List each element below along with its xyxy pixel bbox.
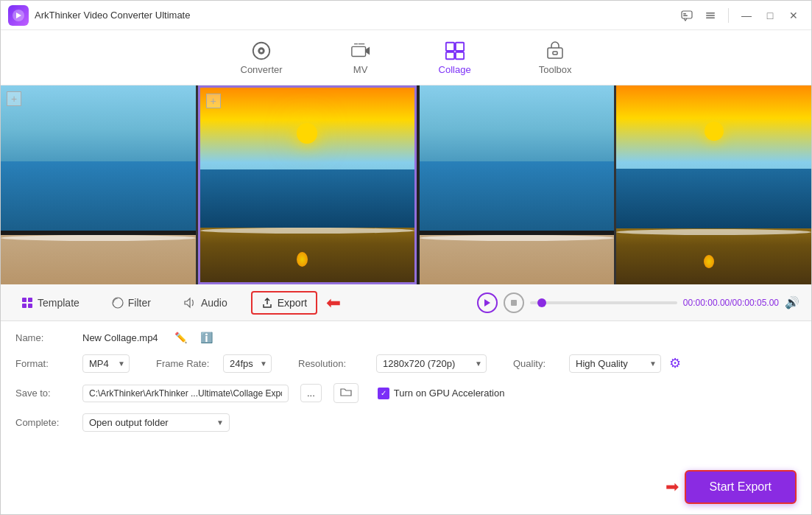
svg-rect-11 [445,42,453,50]
svg-rect-16 [553,52,557,55]
playback-controls: 00:00:00.00/00:00:05.00 🔊 [477,292,799,313]
more-options-button[interactable]: ... [300,384,322,402]
svg-rect-4 [706,13,715,14]
preview-cell-2[interactable]: + [198,85,417,284]
format-select[interactable]: MP4 MOV AVI [82,354,130,373]
svg-rect-1 [682,11,692,18]
quality-label: Quality: [513,358,557,369]
start-export-button[interactable]: Start Export [685,470,797,504]
info-icon[interactable]: ℹ️ [200,332,213,343]
export-icon [261,297,273,309]
preview-cell-4[interactable] [616,85,811,284]
resolution-select[interactable]: 1280x720 (720p) 1920x1080 (1080p) 3840x2… [376,354,487,373]
bottom-toolbar: Template Filter Audio Export ⬅ [1,284,811,321]
audio-icon [183,297,197,309]
titlebar-separator [728,8,729,23]
framerate-select[interactable]: 24fps 30fps 60fps [223,354,272,373]
save-path-input[interactable] [82,385,289,402]
nav-tabs: Converter MV Collage [1,30,811,85]
add-media-icon-2[interactable]: + [206,94,221,108]
gpu-label: Turn on GPU Acceleration [394,388,505,399]
start-export-arrow-icon: ➡ [666,477,679,497]
maximize-button[interactable]: □ [760,5,780,26]
complete-label: Complete: [15,417,71,428]
svg-point-9 [260,49,263,52]
quality-wrapper: High Quality Medium Quality Low Quality … [569,354,685,373]
template-button[interactable]: Template [13,292,88,313]
stop-button[interactable] [504,292,524,313]
quality-select[interactable]: High Quality Medium Quality Low Quality [569,354,661,373]
svg-rect-14 [456,52,464,58]
framerate-label: Frame Rate: [156,358,211,369]
framerate-select-wrapper: 24fps 30fps 60fps ▼ [223,354,272,373]
complete-row: Complete: Open output folder Do nothing … [15,413,797,432]
quality-select-wrapper: High Quality Medium Quality Low Quality … [569,354,661,373]
svg-rect-22 [511,300,517,306]
progress-bar[interactable] [530,301,677,304]
svg-rect-12 [456,42,464,50]
svg-rect-5 [706,15,715,16]
tab-collage[interactable]: Collage [427,35,483,81]
start-export-annotation: ➡ Start Export [666,470,797,504]
gpu-acceleration-wrapper[interactable]: ✓ Turn on GPU Acceleration [378,388,505,399]
minimize-button[interactable]: — [736,5,757,26]
svg-point-21 [113,298,123,308]
volume-icon[interactable]: 🔊 [785,295,799,309]
svg-rect-13 [445,52,453,58]
format-row: Format: MP4 MOV AVI ▼ Frame Rate: 24fps … [15,354,797,373]
time-display: 00:00:00.00/00:00:05.00 [683,298,779,308]
chat-button[interactable] [677,5,697,26]
svg-rect-3 [683,15,688,16]
preview-cell-1[interactable]: + [1,85,198,284]
template-icon [21,297,33,309]
audio-button[interactable]: Audio [174,292,236,313]
quality-settings-button[interactable]: ⚙ [666,354,685,373]
saveto-label: Save to: [15,388,71,399]
close-button[interactable]: ✕ [783,5,804,26]
progress-indicator [537,298,546,307]
tab-mv[interactable]: MV [339,35,383,81]
resolution-select-wrapper: 1280x720 (720p) 1920x1080 (1080p) 3840x2… [376,354,487,373]
folder-icon [340,387,352,397]
svg-rect-2 [683,13,686,15]
tab-toolbox[interactable]: Toolbox [527,35,584,81]
app-window: ArkThinker Video Converter Ultimate — □ … [0,0,812,515]
filter-button[interactable]: Filter [103,292,160,313]
titlebar: ArkThinker Video Converter Ultimate — □ … [1,1,811,30]
export-annotation: ⬅ [332,292,341,313]
saveto-row: Save to: ... ✓ Turn on GPU Acceleration [15,383,797,403]
app-icon [8,5,29,26]
resolution-label: Resolution: [298,358,364,369]
window-controls: — □ ✕ [677,5,804,26]
name-label: Name: [15,332,71,343]
export-section: ➡ Start Export [1,470,811,514]
gpu-checkbox[interactable]: ✓ [378,388,389,399]
format-label: Format: [15,358,71,369]
folder-button[interactable] [333,383,359,403]
format-select-wrapper: MP4 MOV AVI ▼ [82,354,130,373]
edit-name-icon[interactable]: ✏️ [174,332,187,343]
preview-cell-3[interactable] [420,85,617,284]
preview-area: + + [1,85,811,284]
app-title: ArkThinker Video Converter Ultimate [35,10,677,21]
add-media-icon-1[interactable]: + [7,91,21,106]
svg-rect-15 [548,48,562,58]
export-button[interactable]: Export [251,291,317,315]
name-value: New Collage.mp4 [82,332,158,343]
filter-icon [112,297,124,309]
settings-area: Name: New Collage.mp4 ✏️ ℹ️ Format: MP4 … [1,321,811,470]
svg-rect-17 [22,298,27,302]
tab-converter[interactable]: Converter [229,35,294,81]
svg-rect-18 [28,298,32,302]
complete-select-wrapper: Open output folder Do nothing Shut down … [82,413,230,432]
svg-rect-10 [351,46,365,56]
svg-rect-20 [28,304,32,308]
complete-select[interactable]: Open output folder Do nothing Shut down [82,413,230,432]
name-row: Name: New Collage.mp4 ✏️ ℹ️ [15,332,797,343]
svg-rect-6 [706,17,715,18]
play-button[interactable] [477,292,498,313]
svg-rect-19 [22,304,27,308]
menu-button[interactable] [700,5,721,26]
